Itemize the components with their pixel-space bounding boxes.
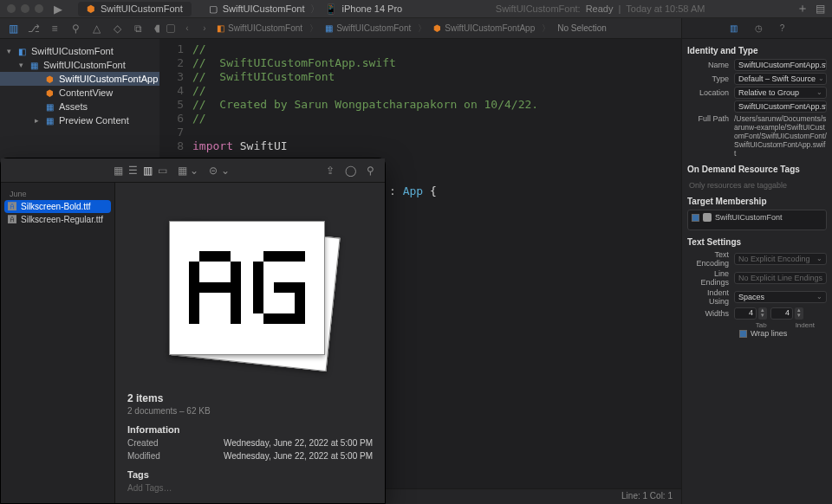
inspector-tabs: ▥ ◷ ?: [682, 18, 832, 39]
svg-rect-0: [199, 251, 231, 262]
related-items-icon[interactable]: [166, 24, 175, 33]
encoding-select[interactable]: No Explicit Encoding⌄: [734, 253, 827, 265]
letter-g-glyph: [253, 251, 305, 324]
column-view-icon[interactable]: ▥: [143, 165, 153, 177]
share-icon[interactable]: ⇪: [326, 165, 335, 177]
finder-file-row[interactable]: 🅰Silkscreen-Regular.ttf: [1, 213, 114, 226]
wrap-lines-checkbox[interactable]: [739, 330, 747, 338]
target-checkbox[interactable]: [692, 214, 699, 222]
group-folder[interactable]: ▾▦ SwiftUICustomFont: [0, 58, 159, 72]
type-select[interactable]: Default – Swift Source⌄: [734, 73, 827, 85]
location-select[interactable]: Relative to Group⌄: [734, 87, 827, 99]
action-icon[interactable]: ⊝ ⌄: [209, 165, 229, 177]
indent-width-input[interactable]: 4: [770, 307, 793, 320]
gallery-view-icon[interactable]: ▭: [158, 165, 167, 177]
svg-rect-2: [231, 262, 241, 324]
back-icon[interactable]: ‹: [182, 23, 192, 33]
navigator-item[interactable]: ▸▦Preview Content: [0, 113, 159, 127]
selection-count: 2 items: [127, 392, 373, 404]
scheme-label: SwiftUICustomFont: [101, 3, 183, 14]
debug-nav-icon[interactable]: ⧉: [132, 23, 144, 35]
inspector-panel: ▥ ◷ ? Identity and Type Name SwiftUICust…: [681, 18, 832, 504]
name-field[interactable]: SwiftUICustomFontApp.swift: [734, 59, 827, 71]
list-view-icon[interactable]: ☰: [128, 165, 138, 177]
font-file-icon: 🅰: [8, 215, 16, 224]
swift-icon: ⬢: [87, 3, 95, 15]
indent-select[interactable]: Spaces⌄: [734, 291, 827, 303]
full-path: /Users/sarunw/Documents/sarunw-example/S…: [734, 114, 827, 158]
search-icon[interactable]: ⚲: [367, 165, 374, 177]
font-file-icon: 🅰: [8, 202, 16, 211]
add-tab-button[interactable]: ＋: [796, 1, 809, 16]
activity-status: SwiftUICustomFont: Ready | Today at 10:5…: [411, 3, 790, 14]
svg-rect-6: [263, 313, 295, 324]
traffic-lights: [7, 4, 43, 13]
location-file[interactable]: SwiftUICustomFontApp.swift▸: [734, 100, 827, 113]
svg-rect-5: [253, 262, 263, 313]
identity-heading: Identity and Type: [687, 46, 827, 55]
help-inspector-icon[interactable]: ?: [780, 23, 785, 33]
forward-icon[interactable]: ›: [199, 23, 210, 33]
device-icon: ▢: [209, 3, 218, 15]
tags-icon[interactable]: ◯: [345, 165, 356, 177]
jump-bar[interactable]: ‹ › ◧SwiftUICustomFont 〉 ▦SwiftUICustomF…: [159, 18, 681, 39]
file-inspector-icon[interactable]: ▥: [730, 23, 738, 33]
issue-nav-icon[interactable]: △: [90, 23, 102, 35]
app-icon: [703, 213, 712, 222]
finder-column: June 🅰Silkscreen-Bold.ttf🅰Silkscreen-Reg…: [1, 183, 115, 503]
tags-input[interactable]: Add Tags…: [127, 483, 373, 493]
run-button[interactable]: ▶: [54, 3, 62, 16]
library-icon[interactable]: ▤: [816, 3, 825, 15]
lineend-select[interactable]: No Explicit Line Endings⌄: [734, 272, 827, 284]
phone-icon: 📱: [325, 3, 337, 15]
symbol-nav-icon[interactable]: ≡: [49, 23, 61, 35]
svg-rect-8: [274, 282, 305, 293]
stepper-icon[interactable]: ▴▾: [758, 307, 767, 320]
svg-rect-1: [189, 262, 199, 324]
find-nav-icon[interactable]: ⚲: [69, 23, 81, 35]
navigator-item[interactable]: ▦Assets: [0, 100, 159, 113]
tab-width-input[interactable]: 4: [734, 307, 757, 320]
project-root[interactable]: ▾◧ SwiftUICustomFont: [0, 44, 159, 58]
project-nav-icon[interactable]: ▥: [7, 23, 19, 35]
preview-thumbnail: [164, 217, 337, 369]
svg-rect-7: [295, 293, 305, 324]
minimize-icon[interactable]: [21, 4, 29, 13]
test-nav-icon[interactable]: ◇: [111, 23, 123, 35]
stepper-icon[interactable]: ▴▾: [795, 307, 803, 320]
run-destination[interactable]: ▢ SwiftUICustomFont 〉 📱 iPhone 14 Pro: [200, 1, 411, 17]
window-titlebar: ▶ ⬢ SwiftUICustomFont ▢ SwiftUICustomFon…: [0, 0, 832, 18]
icon-view-icon[interactable]: ▦: [114, 165, 123, 177]
finder-file-row[interactable]: 🅰Silkscreen-Bold.ttf: [4, 200, 111, 213]
zoom-icon[interactable]: [35, 4, 43, 13]
close-icon[interactable]: [7, 4, 16, 13]
navigator-item[interactable]: ⬢SwiftUICustomFontApp: [0, 72, 159, 86]
source-control-icon[interactable]: ⎇: [28, 23, 40, 35]
finder-preview-column: 2 items 2 documents – 62 KB Information …: [115, 183, 385, 503]
finder-window[interactable]: ▦ ☰ ▥ ▭ ▦ ⌄ ⊝ ⌄ ⇪ ◯ ⚲ June 🅰Silkscreen-B…: [0, 158, 386, 504]
letter-a-glyph: [189, 251, 241, 324]
ondemand-placeholder: Only resources are taggable: [687, 178, 827, 193]
svg-rect-3: [199, 282, 231, 293]
finder-toolbar: ▦ ☰ ▥ ▭ ▦ ⌄ ⊝ ⌄ ⇪ ◯ ⚲: [1, 158, 385, 183]
history-inspector-icon[interactable]: ◷: [755, 23, 763, 33]
scheme-selector[interactable]: ⬢ SwiftUICustomFont: [78, 2, 192, 16]
svg-rect-4: [263, 251, 305, 262]
navigator-item[interactable]: ⬢ContentView: [0, 86, 159, 100]
group-icon[interactable]: ▦ ⌄: [178, 165, 198, 177]
target-membership-box[interactable]: SwiftUICustomFont: [687, 210, 827, 230]
